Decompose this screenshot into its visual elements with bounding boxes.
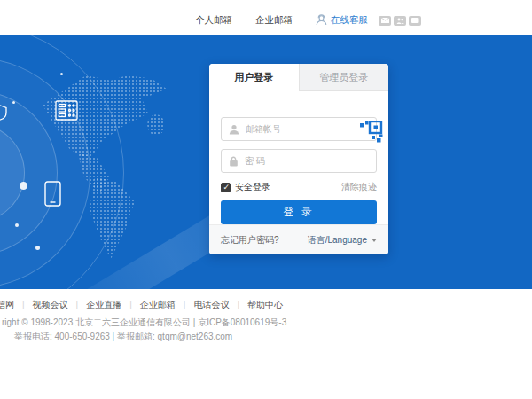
secure-login-checkbox[interactable] xyxy=(221,183,231,192)
mail-icon[interactable] xyxy=(379,16,391,26)
footer-link-item: 信网 xyxy=(0,299,14,311)
card-footer: 忘记用户密码? 语言/Language xyxy=(209,224,388,254)
deco-dot xyxy=(15,223,19,227)
deco-dot xyxy=(12,101,15,104)
tab-user-login[interactable]: 用户登录 xyxy=(209,64,299,91)
qr-code-icon[interactable] xyxy=(360,121,383,143)
people-icon[interactable] xyxy=(394,16,406,26)
page-footer: 信网 视频会议 企业直播 企业邮箱 电话会议 帮助中心 right © 1998… xyxy=(0,289,532,399)
shield-icon xyxy=(0,105,7,124)
footer-link-item: 企业邮箱 xyxy=(121,299,176,311)
topbar: 个人邮箱 企业邮箱 在线客服 xyxy=(0,0,532,35)
page-root: 个人邮箱 企业邮箱 在线客服 xyxy=(0,0,532,35)
smartphone-icon xyxy=(44,181,61,210)
email-field[interactable] xyxy=(221,117,377,141)
hero-banner: 用户登录 管理员登录 xyxy=(0,35,532,289)
nav-personal-mail[interactable]: 个人邮箱 xyxy=(195,14,232,27)
clear-traces-link[interactable]: 清除痕迹 xyxy=(341,181,377,193)
footer-link[interactable]: 帮助中心 xyxy=(247,300,283,309)
server-list-icon xyxy=(55,100,78,124)
top-nav: 个人邮箱 企业邮箱 在线客服 xyxy=(195,5,421,35)
footer-link[interactable]: 信网 xyxy=(0,300,14,309)
secure-login-option[interactable]: 安全登录 xyxy=(221,181,270,193)
quick-icons xyxy=(379,16,421,26)
lock-icon xyxy=(229,156,239,167)
nav-enterprise-mail[interactable]: 企业邮箱 xyxy=(255,14,293,27)
chevron-down-icon xyxy=(372,239,377,242)
language-selector[interactable]: 语言/Language xyxy=(308,234,377,246)
dotted-map-islands xyxy=(146,113,166,137)
user-icon xyxy=(229,124,239,135)
email-input[interactable] xyxy=(246,124,369,134)
copyright-line: right © 1998-2023 北京二六三企业通信有限公司 | 京ICP备0… xyxy=(2,317,286,329)
login-button[interactable]: 登 录 xyxy=(221,200,377,224)
tab-admin-login[interactable]: 管理员登录 xyxy=(299,64,389,91)
password-input[interactable] xyxy=(245,156,369,166)
footer-link-item: 视频会议 xyxy=(14,299,68,311)
login-form: 安全登录 清除痕迹 登 录 xyxy=(209,117,388,224)
login-tabs: 用户登录 管理员登录 xyxy=(209,64,388,91)
forgot-password-link[interactable]: 忘记用户密码? xyxy=(221,234,279,246)
password-field[interactable] xyxy=(221,149,377,173)
headset-person-icon xyxy=(316,14,331,27)
online-service-link[interactable]: 在线客服 xyxy=(316,14,368,27)
login-options: 安全登录 清除痕迹 xyxy=(221,181,377,193)
footer-links: 信网 视频会议 企业直播 企业邮箱 电话会议 帮助中心 xyxy=(0,299,283,311)
deco-dot xyxy=(60,73,63,75)
device-icon[interactable] xyxy=(409,16,421,26)
footer-link[interactable]: 电话会议 xyxy=(193,300,229,309)
footer-link-item: 帮助中心 xyxy=(229,299,283,311)
deco-dot xyxy=(35,246,40,250)
footer-link[interactable]: 企业直播 xyxy=(86,300,121,309)
login-card: 用户登录 管理员登录 xyxy=(209,64,388,254)
secure-login-label: 安全登录 xyxy=(235,181,270,193)
online-service-label: 在线客服 xyxy=(331,14,368,27)
report-line: 举报电话: 400-650-9263 | 举报邮箱: qtqm@net263.c… xyxy=(14,331,232,343)
footer-link[interactable]: 视频会议 xyxy=(33,300,68,309)
footer-link-item: 企业直播 xyxy=(68,299,122,311)
footer-link[interactable]: 企业邮箱 xyxy=(140,300,176,309)
footer-link-item: 电话会议 xyxy=(176,299,230,311)
deco-dot xyxy=(20,182,27,190)
language-label: 语言/Language xyxy=(308,234,367,246)
